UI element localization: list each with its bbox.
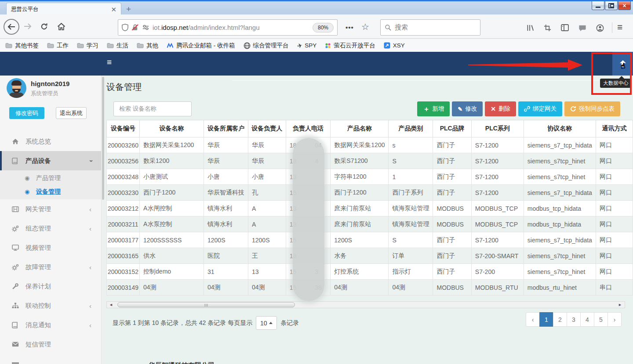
bookmark-item[interactable]: 综合管理平台 [244, 42, 289, 50]
action-button-3[interactable]: ✕删除 [485, 101, 516, 116]
cell-comm: 网口 [596, 232, 633, 248]
bookmark-item[interactable]: 其他 [137, 42, 158, 50]
browser-tab[interactable]: 思普云平台 ✕ [6, 3, 121, 16]
table-row[interactable]: 20000314904测04测04测153804测04测MODBUSMODBUS… [107, 280, 633, 296]
sidebar-toggle-icon[interactable] [561, 24, 569, 31]
sidebar-scrollbar[interactable] [101, 76, 105, 364]
page-size-select[interactable]: 10 [256, 316, 277, 330]
sidebar-item-4[interactable]: 组态管理‹ [0, 219, 101, 238]
pocket-bubble-icon[interactable] [578, 24, 587, 32]
bookmark-item[interactable]: 生活 [107, 42, 128, 50]
sidebar-item-6[interactable]: 故障管理‹ [0, 257, 101, 277]
device-search-input[interactable]: 检索 设备名称 [113, 101, 192, 116]
cell-product: 庶来门前泵站 [331, 216, 389, 232]
url-text[interactable]: iot.idosp.net/admin/index.html?langu [153, 24, 260, 31]
search-placeholder: 搜索 [395, 23, 408, 32]
library-icon[interactable] [526, 24, 535, 32]
cell-comm: 网口 [596, 153, 633, 169]
avatar[interactable] [7, 78, 26, 98]
sidebar-subitem-1[interactable]: ◉产品管理 [0, 171, 101, 185]
permissions-icon[interactable] [142, 24, 149, 31]
sidebar-item-9[interactable]: 消息通知‹ [0, 315, 101, 335]
prev-page-button[interactable]: ‹ [526, 312, 540, 327]
table-row[interactable]: 200003211A水泵控制镇海水利A13庶来门前泵站镇海泵站管理MODBUSM… [107, 216, 633, 232]
insecure-lock-icon[interactable] [131, 24, 139, 31]
cell-category: 镇海泵站管理 [389, 201, 433, 216]
app-sidebar-toggle-icon[interactable]: ≡ [107, 58, 112, 67]
annotation-arrow-head [568, 59, 582, 71]
sidebar-item-3[interactable]: 网关管理‹ [0, 199, 101, 219]
bookmark-item[interactable]: 腾讯企业邮箱 - 收件箱 [167, 42, 235, 50]
cell-plc_series: S7-1200 [471, 169, 524, 185]
page-button-2[interactable]: 2 [553, 312, 567, 327]
table-row[interactable]: 200003260数据网关采集1200华辰华辰1804数据网关采集1200s西门… [107, 137, 633, 153]
sidebar-item-label: 产品设备 [25, 157, 51, 165]
page-button-4[interactable]: 4 [580, 312, 594, 327]
url-bar[interactable]: iot.idosp.net/admin/index.html?langu 80% [118, 19, 338, 36]
page-button-1[interactable]: 1 [539, 312, 553, 327]
sidebar-item-1[interactable]: 系统总览 [0, 132, 101, 151]
sidebar-item-2[interactable]: 产品设备‹ [0, 151, 101, 170]
bookmark-item[interactable]: 工作 [47, 42, 69, 50]
screenshot-crop-icon[interactable] [544, 24, 551, 32]
bookmark-item[interactable]: XSY [384, 42, 405, 49]
bookmark-item[interactable]: ✈SPY [297, 42, 317, 49]
window-restore-button[interactable] [605, 1, 618, 10]
shield-icon[interactable] [122, 24, 128, 31]
table-row[interactable]: 200003230西门子1200华辰智通科技孔15西门子1200西门子系列西门子… [107, 185, 633, 201]
next-page-button[interactable]: › [608, 312, 622, 327]
zoom-level-badge[interactable]: 80% [313, 23, 334, 32]
hamburger-menu-icon[interactable]: ≡ [617, 22, 622, 32]
sidebar-item-8[interactable]: 联动控制‹ [0, 296, 101, 315]
action-button-1[interactable]: ＋新增 [417, 101, 450, 116]
bookmark-star-icon[interactable]: ☆ [361, 22, 369, 32]
home-button[interactable] [57, 23, 65, 30]
tab-close-icon[interactable]: ✕ [111, 6, 116, 13]
reload-button[interactable] [40, 23, 48, 30]
sidebar-scrollbar-thumb[interactable] [102, 77, 104, 200]
action-button-5[interactable]: 强制同步点表 [564, 101, 620, 116]
forward-button[interactable] [24, 23, 32, 29]
scroll-right-icon[interactable]: ► [618, 303, 622, 307]
table-row[interactable]: 200003256数采1200华辰华辰184数采S71200S西门子S7-120… [107, 153, 633, 169]
dots-grid-icon [325, 43, 331, 49]
new-tab-button[interactable]: + [126, 4, 131, 14]
logout-button[interactable]: 退出系统 [56, 107, 87, 119]
sidebar-subitem-2[interactable]: ◉设备管理 [0, 185, 101, 198]
sidebar-item-10[interactable]: 短信管理 [0, 335, 101, 354]
cell-id: 200003211 [107, 216, 140, 232]
bookmark-item[interactable]: 学习 [77, 42, 98, 50]
table-row[interactable]: 2000031771200SSSSSS1200S1200S151200SS西门子… [107, 232, 633, 248]
window-minimize-button[interactable] [592, 1, 604, 10]
sidebar-item-7[interactable]: 保养计划 [0, 277, 101, 296]
home-icon [57, 23, 65, 30]
page-title: 设备管理 [106, 81, 142, 93]
window-close-button[interactable]: × [618, 1, 631, 10]
cell-customer: 镇海水利 [204, 201, 248, 216]
cell-plc_brand: 西门子 [433, 248, 471, 264]
page-button-3[interactable]: 3 [567, 312, 581, 327]
browser-search-box[interactable]: 搜索 [380, 19, 480, 36]
table-row[interactable]: 200003212A水闸控制镇海水利A13庶来门前泵站镇海泵站管理MODBUSM… [107, 201, 633, 216]
table-row[interactable]: 200003165供水医院王18水务订单西门子S7-200-SMARTsieme… [107, 248, 633, 264]
horizontal-scrollbar[interactable]: ◄ ► [106, 301, 625, 308]
page-button-5[interactable]: 5 [594, 312, 608, 327]
bookmark-item[interactable]: 其他书签 [5, 42, 39, 50]
action-button-2[interactable]: ✎修改 [452, 101, 483, 116]
cell-plc_series: S7-1200 [471, 153, 524, 169]
bookmark-item[interactable]: 萤石云开放平台 [325, 42, 375, 50]
action-button-4[interactable]: 绑定网关 [518, 101, 562, 116]
scroll-left-icon[interactable]: ◄ [109, 303, 113, 307]
back-button[interactable] [4, 19, 19, 35]
table-row[interactable]: 200003248小唐测试小唐小唐13字符串12001西门子S7-1200sie… [107, 169, 633, 185]
folder-icon [137, 43, 144, 48]
account-icon[interactable] [596, 24, 604, 32]
page-actions-icon[interactable]: ••• [346, 24, 354, 31]
cell-plc_series: S7-200-SMART [471, 248, 524, 264]
table-row[interactable]: 200003152控制demo3113153灯控系统指示灯西门子S7-200si… [107, 264, 633, 280]
main-content: 设备管理 检索 设备名称 ＋新增✎修改✕删除绑定网关强制同步点表 设备编号设备名… [105, 76, 633, 364]
sidebar-item-5[interactable]: 视频管理 [0, 238, 101, 257]
scrollbar-thumb[interactable] [117, 302, 295, 307]
change-password-button[interactable]: 修改密码 [9, 107, 44, 119]
cell-plc_brand: 西门子 [433, 153, 471, 169]
